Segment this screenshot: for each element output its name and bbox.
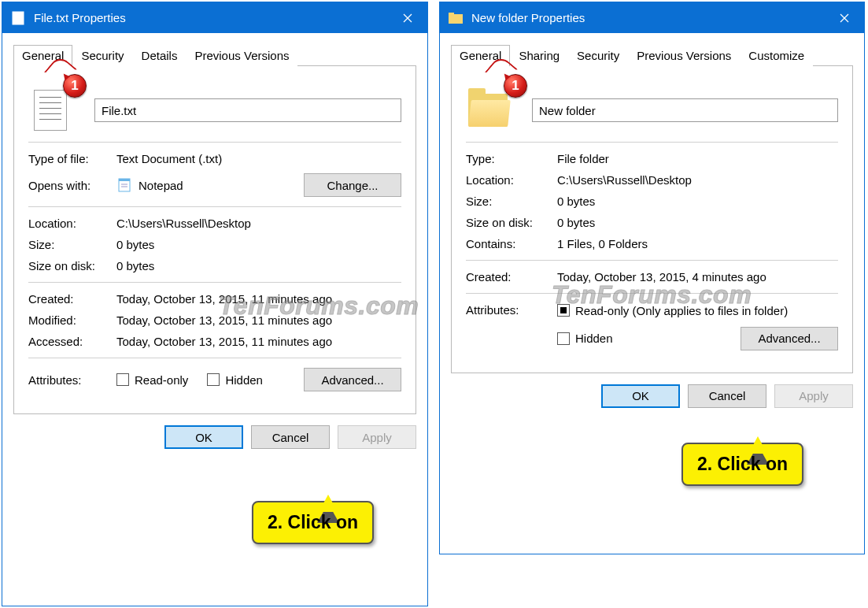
svg-rect-0 xyxy=(13,12,24,24)
apply-button[interactable]: Apply xyxy=(774,384,853,408)
hidden-checkbox[interactable]: Hidden xyxy=(557,332,613,345)
size-label: Size: xyxy=(466,195,557,208)
created-value: Today, October 13, 2015, 4 minutes ago xyxy=(557,270,766,284)
text-file-icon xyxy=(10,10,26,26)
modified-label: Modified: xyxy=(28,313,116,327)
separator xyxy=(28,358,401,358)
folder-icon xyxy=(448,10,464,26)
close-button[interactable] xyxy=(393,2,423,33)
size-on-disk-value: 0 bytes xyxy=(116,259,154,272)
accessed-label: Accessed: xyxy=(28,335,116,348)
contains-value: 1 Files, 0 Folders xyxy=(557,237,648,250)
size-on-disk-value: 0 bytes xyxy=(557,216,595,229)
contains-label: Contains: xyxy=(466,237,557,250)
advanced-button[interactable]: Advanced... xyxy=(741,327,838,350)
tabstrip: General Sharing Security Previous Versio… xyxy=(451,44,853,66)
attributes-label: Attributes: xyxy=(466,303,557,317)
readonly-label: Read-only (Only applies to files in fold… xyxy=(575,304,788,317)
callout-text: 2. Click on xyxy=(697,454,788,474)
type-label: Type: xyxy=(466,152,557,165)
folder-properties-dialog: New folder Properties General Sharing Se… xyxy=(439,2,865,554)
modified-value: Today, October 13, 2015, 11 minutes ago xyxy=(116,313,332,327)
location-label: Location: xyxy=(28,217,116,230)
separator xyxy=(28,206,401,207)
size-value: 0 bytes xyxy=(116,238,154,251)
cancel-button[interactable]: Cancel xyxy=(688,384,766,408)
dialog-footer: OK Cancel Apply xyxy=(440,373,864,419)
type-of-file-label: Type of file: xyxy=(28,152,116,165)
size-on-disk-label: Size on disk: xyxy=(466,216,557,229)
created-label: Created: xyxy=(466,270,557,284)
readonly-label: Read-only xyxy=(135,373,188,387)
tab-sharing[interactable]: Sharing xyxy=(510,45,568,66)
separator xyxy=(28,142,401,143)
size-value: 0 bytes xyxy=(557,195,595,208)
size-label: Size: xyxy=(28,238,116,251)
filename-input[interactable] xyxy=(94,98,401,122)
location-label: Location: xyxy=(466,173,557,187)
ok-button[interactable]: OK xyxy=(164,425,243,449)
dialog-footer: OK Cancel Apply xyxy=(2,414,427,460)
callout-text: 2. Click on xyxy=(268,512,358,532)
folder-type-icon xyxy=(466,88,510,132)
type-of-file-value: Text Document (.txt) xyxy=(116,152,222,165)
hidden-checkbox[interactable]: Hidden xyxy=(207,373,263,387)
change-button[interactable]: Change... xyxy=(304,173,401,197)
tab-previous-versions[interactable]: Previous Versions xyxy=(186,45,297,66)
hidden-label: Hidden xyxy=(225,373,263,387)
svg-rect-7 xyxy=(119,179,130,181)
tab-previous-versions[interactable]: Previous Versions xyxy=(628,45,740,66)
size-on-disk-label: Size on disk: xyxy=(28,259,116,272)
tab-details[interactable]: Details xyxy=(133,45,187,66)
accessed-value: Today, October 13, 2015, 11 minutes ago xyxy=(116,335,332,348)
general-panel: 1 Type: File folder Location: C:\Users\R… xyxy=(451,66,853,373)
step-1-marker: 1 xyxy=(504,74,527,98)
separator xyxy=(466,142,838,143)
separator xyxy=(28,282,401,283)
ok-button[interactable]: OK xyxy=(601,384,680,408)
titlebar[interactable]: File.txt Properties xyxy=(2,2,427,33)
location-value: C:\Users\Russell\Desktop xyxy=(116,217,251,230)
opens-with-value: Notepad xyxy=(139,179,304,192)
step-2-callout: 2. Click on xyxy=(252,501,374,544)
attributes-label: Attributes: xyxy=(28,373,116,387)
close-button[interactable] xyxy=(829,2,859,33)
apply-button[interactable]: Apply xyxy=(338,425,416,449)
notepad-icon xyxy=(116,176,134,194)
general-panel: 1 Type of file: Text Document (.txt) Ope… xyxy=(13,66,416,414)
advanced-button[interactable]: Advanced... xyxy=(304,368,401,391)
window-title: New folder Properties xyxy=(471,11,829,24)
location-value: C:\Users\Russell\Desktop xyxy=(557,173,692,187)
foldername-input[interactable] xyxy=(532,98,838,122)
tab-customize[interactable]: Customize xyxy=(740,45,813,66)
file-type-icon xyxy=(28,88,72,132)
created-value: Today, October 13, 2015, 11 minutes ago xyxy=(116,292,332,306)
tab-security[interactable]: Security xyxy=(568,45,628,66)
step-1-marker: 1 xyxy=(63,74,87,98)
svg-rect-11 xyxy=(449,13,454,16)
file-properties-dialog: File.txt Properties General Security Det… xyxy=(2,2,428,606)
cancel-button[interactable]: Cancel xyxy=(251,425,330,449)
readonly-checkbox[interactable]: Read-only (Only applies to files in fold… xyxy=(557,304,788,317)
hidden-label: Hidden xyxy=(575,332,613,345)
separator xyxy=(466,260,838,261)
tabstrip: General Security Details Previous Versio… xyxy=(13,44,416,66)
titlebar[interactable]: New folder Properties xyxy=(440,2,864,33)
readonly-checkbox[interactable]: Read-only xyxy=(116,373,188,387)
created-label: Created: xyxy=(28,292,116,306)
window-title: File.txt Properties xyxy=(34,11,393,24)
step-2-callout: 2. Click on xyxy=(681,443,803,486)
separator xyxy=(466,293,838,294)
tab-security[interactable]: Security xyxy=(72,45,132,66)
opens-with-label: Opens with: xyxy=(28,179,116,192)
type-value: File folder xyxy=(557,152,609,165)
